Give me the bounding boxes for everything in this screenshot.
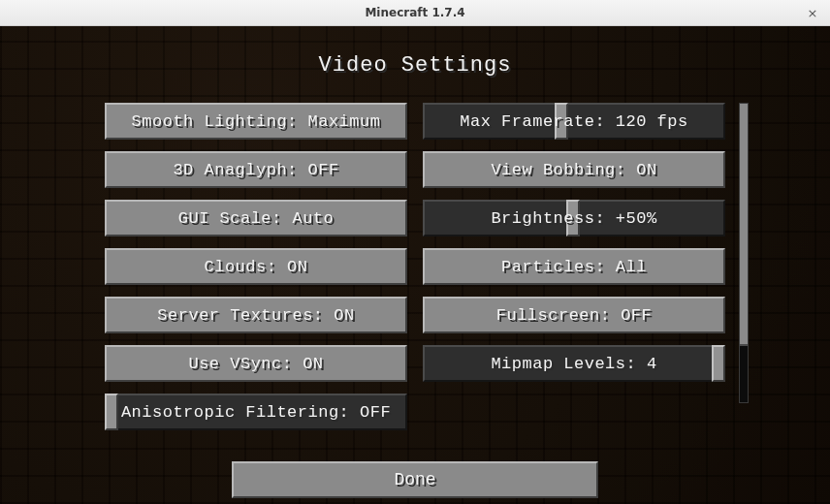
button-face — [423, 297, 725, 333]
button-face — [105, 200, 407, 236]
button-face — [423, 248, 725, 285]
slider-thumb[interactable] — [105, 394, 118, 430]
page-title: Video Settings — [319, 53, 512, 78]
close-icon[interactable]: × — [805, 5, 820, 20]
game-viewport: Video Settings Smooth Lighting: Maximum … — [0, 26, 830, 504]
slider-thumb[interactable] — [555, 103, 568, 140]
option-particles[interactable]: Particles: All — [423, 248, 725, 285]
button-face — [105, 297, 407, 333]
slider-thumb[interactable] — [566, 200, 580, 236]
slider-track — [423, 103, 725, 140]
option-fullscreen[interactable]: Fullscreen: OFF — [423, 297, 725, 333]
option-smooth-lighting[interactable]: Smooth Lighting: Maximum — [105, 103, 407, 140]
titlebar: Minecraft 1.7.4 × — [0, 0, 830, 26]
options-left-column: Smooth Lighting: Maximum 3D Anaglyph: OF… — [105, 103, 407, 430]
footer: Done — [232, 461, 598, 498]
option-server-textures[interactable]: Server Textures: ON — [105, 297, 407, 333]
option-mipmap-levels-slider[interactable]: Mipmap Levels: 4 — [423, 345, 725, 382]
options-scrollbar[interactable] — [739, 103, 749, 403]
option-use-vsync[interactable]: Use VSync: ON — [105, 345, 407, 382]
options-right-column: Max Framerate: 120 fps View Bobbing: ON … — [423, 103, 725, 430]
option-max-framerate-slider[interactable]: Max Framerate: 120 fps — [423, 103, 725, 140]
option-3d-anaglyph[interactable]: 3D Anaglyph: OFF — [105, 151, 407, 188]
button-face — [423, 151, 725, 188]
done-label: Done — [232, 461, 598, 498]
option-gui-scale[interactable]: GUI Scale: Auto — [105, 200, 407, 236]
slider-thumb[interactable] — [712, 345, 725, 382]
button-face — [105, 103, 407, 140]
option-anisotropic-filtering-slider[interactable]: Anisotropic Filtering: OFF — [105, 394, 407, 430]
scrollbar-thumb[interactable] — [740, 104, 748, 346]
option-brightness-slider[interactable]: Brightness: +50% — [423, 200, 725, 236]
option-view-bobbing[interactable]: View Bobbing: ON — [423, 151, 725, 188]
button-face — [105, 345, 407, 382]
option-clouds[interactable]: Clouds: ON — [105, 248, 407, 285]
options-grid: Smooth Lighting: Maximum 3D Anaglyph: OF… — [105, 103, 725, 430]
app-window: Minecraft 1.7.4 × Video Settings Smooth … — [0, 0, 830, 504]
window-title: Minecraft 1.7.4 — [365, 6, 464, 19]
slider-track — [105, 394, 407, 430]
video-settings-screen: Video Settings Smooth Lighting: Maximum … — [0, 26, 830, 504]
slider-track — [423, 345, 725, 382]
button-face — [105, 151, 407, 188]
done-button[interactable]: Done — [232, 461, 598, 498]
button-face — [105, 248, 407, 285]
